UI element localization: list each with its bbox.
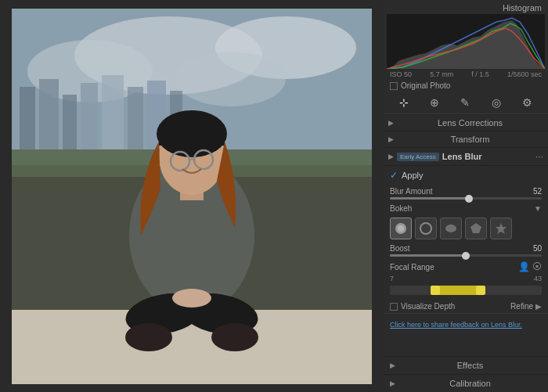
crop-tool[interactable]: ⊹ bbox=[398, 95, 410, 110]
bokeh-icon-4[interactable] bbox=[465, 218, 487, 239]
focal-range-label: Focal Range bbox=[390, 263, 434, 272]
calibration-title: Calibration bbox=[398, 379, 542, 388]
svg-rect-9 bbox=[102, 75, 124, 149]
early-access-badge: Early Access bbox=[397, 153, 439, 161]
svg-rect-7 bbox=[63, 95, 77, 149]
bokeh-icon-2[interactable] bbox=[415, 218, 437, 239]
svg-point-21 bbox=[172, 289, 211, 307]
focal-track-container bbox=[384, 284, 548, 297]
lens-corrections-header[interactable]: ▶ Lens Corrections bbox=[384, 114, 548, 131]
original-photo-label: Original Photo bbox=[401, 81, 450, 90]
focal-target-icon[interactable]: ⦿ bbox=[532, 261, 542, 272]
settings-tool[interactable]: ⚙ bbox=[521, 95, 534, 110]
histogram-section: Histogram bbox=[384, 0, 548, 92]
healing-tool[interactable]: ⊕ bbox=[428, 95, 441, 110]
bokeh-row: Bokeh ▼ bbox=[384, 202, 548, 215]
lens-blur-section: ▶ Early Access Lens Blur ··· ✓ Apply Blu… bbox=[384, 147, 548, 356]
bokeh-icons-row bbox=[384, 215, 548, 242]
boost-track[interactable] bbox=[390, 254, 542, 257]
svg-rect-10 bbox=[128, 87, 143, 149]
apply-checkmark[interactable]: ✓ bbox=[390, 170, 398, 181]
focal-icons: 👤 ⦿ bbox=[518, 261, 542, 272]
effects-section[interactable]: ▶ Effects bbox=[384, 356, 548, 374]
svg-point-30 bbox=[398, 225, 404, 232]
original-photo-checkbox[interactable] bbox=[390, 82, 398, 90]
original-photo-row: Original Photo bbox=[387, 80, 545, 92]
svg-point-4 bbox=[176, 52, 286, 106]
svg-rect-25 bbox=[159, 126, 225, 146]
bokeh-icon-1[interactable] bbox=[390, 218, 412, 239]
svg-point-19 bbox=[125, 323, 172, 351]
focal-max: 43 bbox=[534, 275, 542, 282]
focal-min: 7 bbox=[390, 275, 394, 282]
focal-handle-left[interactable] bbox=[431, 286, 440, 295]
lens-blur-title: Lens Blur bbox=[442, 152, 535, 161]
bokeh-icon-3[interactable] bbox=[440, 218, 462, 239]
shutter: 1/5600 sec bbox=[507, 70, 542, 78]
focal-range-values: 7 43 bbox=[384, 275, 548, 282]
calibration-arrow: ▶ bbox=[390, 379, 395, 387]
feedback-row: Click here to share feedback on Lens Blu… bbox=[384, 313, 548, 333]
aperture: f / 1.5 bbox=[471, 70, 489, 78]
focal-track[interactable] bbox=[390, 286, 542, 295]
transform-title: Transform bbox=[397, 135, 543, 144]
photo-container bbox=[12, 9, 372, 384]
lens-corrections-arrow: ▶ bbox=[388, 119, 394, 127]
visualize-depth-label: Visualize Depth bbox=[401, 302, 455, 311]
lens-blur-more-icon[interactable]: ··· bbox=[535, 151, 543, 162]
blur-amount-track[interactable] bbox=[390, 197, 542, 200]
blur-amount-label: Blur Amount bbox=[390, 187, 432, 196]
apply-row: ✓ Apply bbox=[384, 166, 548, 185]
apply-label: Apply bbox=[402, 171, 424, 180]
photo-area bbox=[0, 0, 384, 392]
effects-title: Effects bbox=[398, 361, 542, 370]
lens-blur-header[interactable]: ▶ Early Access Lens Blur ··· bbox=[384, 147, 548, 166]
svg-line-28 bbox=[189, 159, 194, 160]
transform-header[interactable]: ▶ Transform bbox=[384, 131, 548, 147]
focal-length: 5.7 mm bbox=[430, 70, 453, 78]
svg-point-20 bbox=[211, 323, 258, 351]
focal-handle-right[interactable] bbox=[476, 286, 485, 295]
radial-tool[interactable]: ◎ bbox=[490, 95, 503, 110]
tools-row: ⊹ ⊕ ✎ ◎ ⚙ bbox=[384, 92, 548, 114]
effects-arrow: ▶ bbox=[390, 361, 395, 369]
svg-rect-8 bbox=[81, 83, 98, 149]
bokeh-label: Bokeh bbox=[390, 204, 412, 213]
svg-point-31 bbox=[420, 223, 431, 234]
focal-range-label-row: Focal Range 👤 ⦿ bbox=[384, 259, 548, 275]
svg-marker-34 bbox=[496, 223, 507, 234]
histogram-title: Histogram bbox=[387, 2, 545, 14]
refine-label: Refine bbox=[510, 302, 533, 311]
bokeh-icon-5[interactable] bbox=[490, 218, 512, 239]
boost-value: 50 bbox=[533, 244, 542, 253]
blur-amount-row: Blur Amount 52 bbox=[384, 185, 548, 202]
svg-point-32 bbox=[445, 225, 456, 232]
focal-person-icon[interactable]: 👤 bbox=[518, 261, 530, 272]
blur-amount-value: 52 bbox=[533, 187, 542, 196]
bokeh-arrow: ▼ bbox=[534, 204, 542, 213]
brush-tool[interactable]: ✎ bbox=[459, 95, 471, 110]
visualize-depth-checkbox[interactable] bbox=[390, 303, 398, 311]
iso-value: ISO 50 bbox=[390, 70, 412, 78]
boost-row: Boost 50 bbox=[384, 242, 548, 259]
calibration-section[interactable]: ▶ Calibration bbox=[384, 374, 548, 392]
lens-corrections-title: Lens Corrections bbox=[397, 118, 543, 128]
svg-marker-33 bbox=[470, 223, 481, 233]
feedback-link[interactable]: Click here to share feedback on Lens Blu… bbox=[390, 321, 522, 329]
transform-arrow: ▶ bbox=[388, 135, 394, 143]
right-panel: Histogram bbox=[384, 0, 548, 392]
visualize-row: Visualize Depth Refine ▶ bbox=[384, 300, 548, 313]
svg-rect-6 bbox=[39, 79, 59, 149]
refine-arrow: ▶ bbox=[535, 302, 542, 311]
histogram-meta: ISO 50 5.7 mm f / 1.5 1/5600 sec bbox=[387, 69, 545, 80]
histogram-graph bbox=[387, 14, 545, 69]
boost-label: Boost bbox=[390, 244, 410, 253]
lens-blur-arrow: ▶ bbox=[388, 153, 394, 160]
svg-rect-5 bbox=[20, 87, 35, 149]
